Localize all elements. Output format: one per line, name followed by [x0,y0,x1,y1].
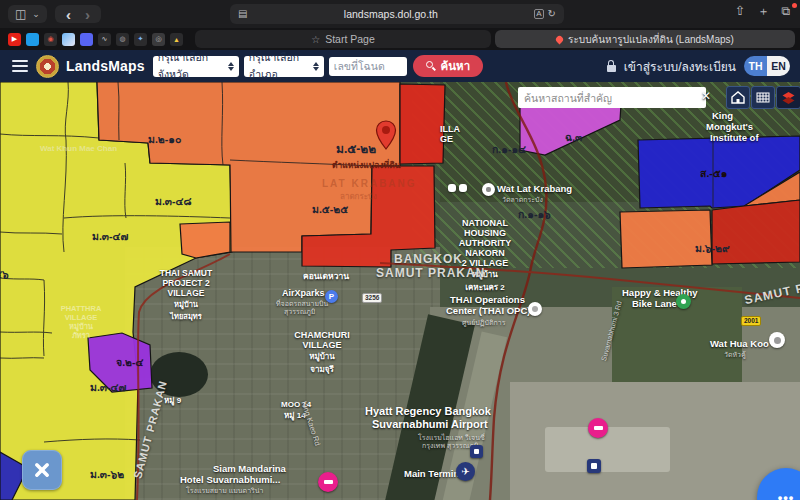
parcel-orange-small[interactable] [180,222,230,258]
back-button[interactable]: ‹ [62,6,75,23]
bookmark-favicon-youtube[interactable]: ▶ [8,33,21,46]
district-select[interactable]: กรุณาเลือกอำเภอ [244,56,324,77]
road-shield: 3256 [362,293,382,303]
airplane-icon[interactable]: ✈ [456,462,475,481]
parcel-label: ส.-๕๑ [700,165,727,182]
new-tab-icon[interactable]: ＋ [757,5,769,17]
poi-mini-icon[interactable] [459,184,467,192]
reader-icon[interactable]: ▤ [238,9,247,19]
parcel-orange-right[interactable] [620,210,712,268]
star-icon: ☆ [311,34,320,45]
grid-button[interactable] [751,86,775,109]
parcel-label: ม.๓-๔๗ [90,379,126,396]
place-label-sub: โรงแรมสยาม แมนดาริน่า [186,485,264,496]
address-bar[interactable]: ▤ landsmaps.dol.go.th A ↻ [230,4,564,24]
parcel-label: จ.๒-๔ [116,354,143,371]
lang-th-button[interactable]: TH [744,56,767,76]
share-icon[interactable]: ⇧ [735,4,746,17]
thai-opc-icon[interactable] [528,302,542,316]
hotel-icon[interactable] [588,418,608,438]
bookmark-favicon-blue[interactable] [26,33,39,46]
parcel-label: ม.๒-๑๐ [148,131,181,148]
close-icon[interactable]: ✕ [701,89,711,103]
notification-dot [792,3,797,8]
login-link[interactable]: เข้าสู่ระบบ/ลงทะเบียน [624,57,736,76]
chevron-down-icon: ⌄ [32,10,40,19]
parcel-label: ๔๖ [0,266,9,283]
parcel-label: ก.๑-๑๔ [492,141,526,158]
parcel-label: ม.๓-๔๘ [155,193,192,210]
bookmark-favicon-purple[interactable] [80,33,93,46]
place-label-faint: ลาดกระบัง [340,190,377,203]
temple-icon[interactable] [482,183,495,196]
place-label: THAI Operations [450,294,525,305]
search-icon [426,61,436,71]
place-label: Wat Lat Krabang [497,183,572,194]
thai-samut-label-block: THAI SAMUT PROJECT 2 VILLAGE หมู่บ้าน ไท… [158,268,214,322]
place-label-sub: สุวรรณภูมิ [284,306,315,317]
updown-icon [228,62,234,71]
place-label: Suvarnabhumi Airport [372,418,488,430]
road-shield: 2001 [741,316,761,326]
sidebar-icon: ◫ [15,8,26,20]
hotel-icon[interactable] [318,472,338,492]
layers-button[interactable] [776,86,800,109]
browser-titlebar: ◫ ⌄ ‹ › ▤ landsmaps.dol.go.th A ↻ ⇧ ＋ ⧉ [0,0,800,28]
bookmark-favicon-spark[interactable]: ✦ [134,33,147,46]
bike-lane-icon[interactable] [676,294,691,309]
brand-title: LandsMaps [66,58,145,74]
tab-overview-icon[interactable]: ⧉ [781,5,790,17]
place-label: ILLA [440,124,460,134]
place-label-faint: Wat Khun Mae Chan [40,144,117,153]
place-label-faint: LAT KRABANG [322,178,417,189]
bookmark-favicon-camera[interactable]: ◎ [152,33,165,46]
search-button[interactable]: ค้นหา [413,55,483,77]
parking-icon[interactable]: P [325,290,338,303]
poi-search-input[interactable] [518,87,706,108]
map-viewport[interactable]: ม.๒-๑๐ ม.๓-๔๘ ม.๓-๔๗ ๔๖ จ.๒-๔ ม.๓-๔๗ ม.๓… [0,82,800,500]
bookmark-favicon-swirl[interactable]: ◉ [44,33,57,46]
bookmark-favicon-chart[interactable]: ∿ [98,33,111,46]
place-label: Wat Hua Koo [710,338,769,349]
forward-button[interactable]: › [81,6,94,23]
place-label: AirXparks [282,288,325,298]
place-label: หมู่ 9 [164,394,181,407]
translate-icon[interactable]: A [534,9,543,19]
url-text: landsmaps.dol.go.th [247,8,534,20]
parcel-red-top[interactable] [400,84,445,164]
tab-start-page[interactable]: ☆ Start Page [195,30,491,48]
sidebar-toggle[interactable]: ◫ ⌄ [8,5,47,23]
place-label-sub: ศูนย์ปฏิบัติการ [462,317,505,328]
home-extent-button[interactable] [726,86,750,109]
place-label: Hyatt Regency Bangkok [365,405,491,417]
place-label: GE [440,134,453,144]
updown-icon [313,62,319,71]
bookmark-favicon-gray[interactable]: ◍ [116,33,129,46]
temple-icon[interactable] [769,332,785,348]
boundary-label: SAMUT PRAKAN [376,266,485,280]
place-label: Institute of [710,132,759,143]
place-label: Hotel Suvarnabhumi... [180,474,280,485]
parcel-label: ม.๕-๒๒ [336,139,376,158]
place-label: Bike Lane [632,298,677,309]
toolbar-right: เข้าสู่ระบบ/ลงทะเบียน TH EN [607,56,790,76]
transit-icon[interactable] [470,445,483,458]
place-label-sub: วัดลาดกระบัง [502,194,543,205]
pin-icon [555,34,565,44]
tab-start-label: Start Page [325,33,375,45]
map-tools-button[interactable] [22,450,62,490]
transit-icon[interactable] [587,459,601,473]
poi-mini-icon[interactable] [448,184,456,192]
screen: ◫ ⌄ ‹ › ▤ landsmaps.dol.go.th A ↻ ⇧ ＋ ⧉ … [0,0,800,500]
menu-button[interactable] [12,60,28,72]
parcel-label: ม.๓-๔๗ [92,228,128,245]
lang-en-button[interactable]: EN [767,56,790,76]
place-label: Siam Mandarina [213,463,286,474]
bookmark-favicon-arc[interactable] [62,33,75,46]
place-label: คอนเดหวาน [303,269,349,283]
deed-number-input[interactable] [329,57,407,76]
reload-icon[interactable]: ↻ [548,9,556,19]
bookmark-favicon-drive[interactable]: ▲ [170,33,183,46]
tab-landsmaps[interactable]: ระบบค้นหารูปแปลงที่ดิน (LandsMaps) [495,30,795,48]
province-select[interactable]: กรุณาเลือกจังหวัด [153,56,239,77]
